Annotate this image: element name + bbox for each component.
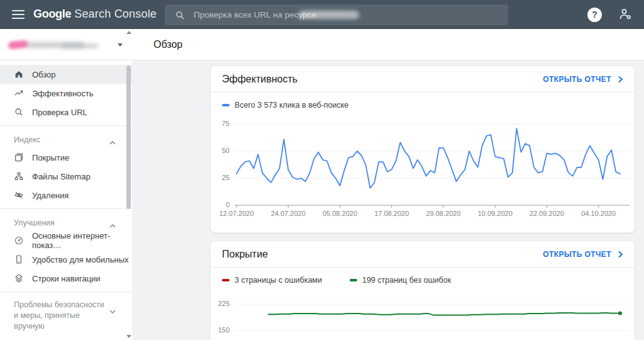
smartphone-icon	[14, 254, 24, 264]
dropdown-caret-icon	[118, 43, 123, 47]
scrollbar-thumb[interactable]	[126, 65, 131, 209]
performance-line-chart: 025507512.07.202024.07.202005.08.202017.…	[211, 111, 636, 222]
axis-label: 24.07.2020	[263, 210, 313, 217]
axis-label: 04.10.2020	[574, 210, 624, 217]
content-scroll-area: Эффективность ОТКРЫТЬ ОТЧЕТ Всего 3 573 …	[132, 61, 644, 340]
coverage-card-title: Покрытие	[222, 249, 268, 260]
sidebar-section-enhancements[interactable]: Улучшения	[0, 215, 132, 231]
performance-card-title: Эффективность	[222, 74, 297, 85]
home-icon	[14, 69, 24, 79]
sidebar-item-coverage[interactable]: Покрытие	[0, 148, 132, 167]
sidebar-section-security-manual-actions[interactable]: Проблемы безопасности и меры, принятые в…	[0, 300, 132, 332]
magnifier-icon	[14, 107, 24, 117]
legend-dash-blue	[222, 104, 230, 106]
divider	[0, 208, 132, 209]
axis-label: 29.08.2020	[418, 210, 469, 217]
open-performance-report-link[interactable]: ОТКРЫТЬ ОТЧЕТ	[543, 75, 623, 84]
sidebar-item-breadcrumbs[interactable]: Строки навигации	[0, 269, 132, 288]
divider	[0, 125, 132, 126]
blurred-property-name	[8, 40, 28, 49]
page-header: Обзор	[132, 29, 644, 60]
axis-label: 50	[211, 147, 230, 154]
open-coverage-report-link[interactable]: ОТКРЫТЬ ОТЧЕТ	[543, 250, 623, 259]
sidebar-section-index[interactable]: Индекс	[0, 132, 132, 148]
search-icon	[175, 10, 185, 20]
sidebar-item-sitemaps[interactable]: Файлы Sitemap	[0, 167, 132, 186]
sidebar-item-performance[interactable]: Эффективность	[0, 84, 132, 103]
scroll-down-arrow[interactable]	[126, 335, 131, 338]
page-title: Обзор	[132, 39, 182, 50]
legend-dash-green	[350, 279, 357, 281]
coverage-card: Покрытие ОТКРЫТЬ ОТЧЕТ 3 страницы с ошиб…	[210, 241, 635, 340]
search-placeholder: Проверка всех URL на ресурсе	[194, 10, 316, 20]
scroll-up-arrow[interactable]	[126, 31, 131, 34]
sitemap-icon	[14, 171, 24, 181]
logo-product: Search Console	[74, 8, 157, 20]
help-icon: ?	[592, 9, 597, 20]
sidebar-item-overview[interactable]: Обзор	[0, 65, 132, 84]
divider	[0, 292, 132, 292]
sidebar-nav: Обзор Эффективность Проверка URL Индекс	[0, 60, 132, 332]
sidebar: Обзор Эффективность Проверка URL Индекс	[0, 29, 132, 340]
sidebar-item-removals[interactable]: Удаления	[0, 186, 132, 205]
axis-label: 75	[211, 120, 230, 127]
axis-label: 12.07.2020	[211, 210, 262, 217]
axis-label: 17.08.2020	[367, 210, 417, 217]
logo-google: Google	[33, 8, 71, 20]
hamburger-menu-icon[interactable]	[12, 10, 25, 19]
eye-off-icon	[14, 190, 24, 200]
sidebar-item-mobile-usability[interactable]: Удобство для мобильных	[0, 250, 132, 269]
pages-icon	[14, 152, 24, 162]
axis-label: 25	[211, 174, 230, 181]
person-gear-icon	[618, 7, 633, 22]
clicks-legend: Всего 3 573 клика в веб-поиске	[222, 101, 348, 110]
axis-label: 150	[211, 326, 230, 334]
chevron-right-icon	[618, 251, 623, 258]
chevron-down-icon	[109, 306, 116, 317]
top-app-bar: GoogleSearch Console Проверка всех URL н…	[0, 0, 644, 29]
axis-label: 225	[211, 300, 230, 307]
user-settings-button[interactable]	[618, 7, 633, 22]
chevron-up-icon	[109, 221, 116, 230]
axis-label: 22.09.2020	[521, 210, 572, 217]
performance-card: Эффективность ОТКРЫТЬ ОТЧЕТ Всего 3 573 …	[210, 65, 635, 233]
gauge-icon	[14, 235, 24, 246]
blurred-property-url	[299, 11, 359, 19]
legend-dash-red	[222, 279, 230, 281]
errors-legend: 3 страницы с ошибками	[222, 276, 322, 285]
chevron-right-icon	[618, 76, 623, 83]
axis-label: 0	[211, 201, 230, 208]
valid-legend: 199 страниц без ошибок	[350, 276, 451, 285]
coverage-line-chart: 225150	[211, 287, 636, 340]
property-selector[interactable]	[0, 29, 132, 60]
layers-icon	[14, 273, 24, 283]
main-area: Обзор Эффективность ОТКРЫТЬ ОТЧЕТ Всего …	[132, 29, 644, 340]
url-inspection-search-input[interactable]: Проверка всех URL на ресурсе	[165, 4, 508, 25]
help-button[interactable]: ?	[587, 8, 602, 22]
sidebar-item-url-inspection[interactable]: Проверка URL	[0, 103, 132, 122]
app-logo: GoogleSearch Console	[33, 8, 157, 21]
axis-label: 05.08.2020	[314, 210, 365, 217]
sidebar-scrollbar[interactable]	[126, 29, 131, 340]
sidebar-item-core-web-vitals[interactable]: Основные интернет-показ…	[0, 231, 132, 250]
trending-up-icon	[14, 88, 24, 98]
axis-label: 10.09.2020	[470, 210, 520, 217]
chevron-up-icon	[109, 138, 116, 147]
